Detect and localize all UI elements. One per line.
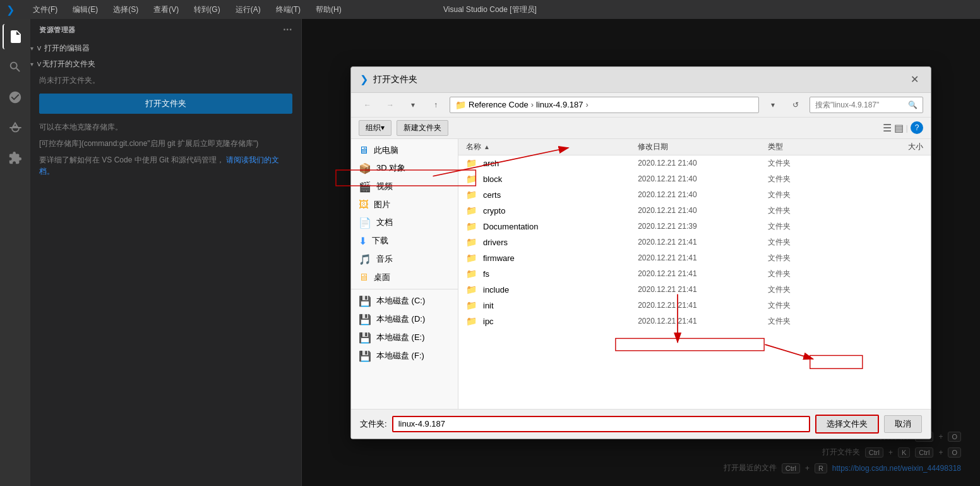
title-bar: ❯ 文件(F) 编辑(E) 选择(S) 查看(V) 转到(G) 运行(A) 终端…	[0, 0, 980, 19]
nav-item-pictures[interactable]: 🖼 图片	[351, 196, 458, 214]
table-row[interactable]: 📁 firmware 2020.12.21 21:41 文件夹	[458, 250, 931, 266]
breadcrumb-bar: 📁 Reference Code › linux-4.9.187 ›	[450, 97, 759, 113]
table-row[interactable]: 📁 crypto 2020.12.21 21:40 文件夹	[458, 203, 931, 219]
folder-3d-icon: 📦	[359, 162, 371, 174]
nav-item-documents[interactable]: 📄 文档	[351, 214, 458, 232]
nav-item-drive-f-label: 本地磁盘 (F:)	[376, 350, 424, 361]
nav-item-desktop[interactable]: 🖥 桌面	[351, 269, 458, 286]
nav-up-button[interactable]: ↑	[427, 97, 445, 112]
nav-dropdown-button[interactable]: ▾	[404, 97, 422, 112]
nav-item-3d[interactable]: 📦 3D 对象	[351, 159, 458, 178]
activity-explorer[interactable]	[3, 24, 28, 49]
breadcrumb-root[interactable]: Reference Code	[469, 100, 529, 109]
drive-f-icon: 💾	[359, 350, 371, 362]
folder-label: 文件夹:	[360, 418, 387, 430]
no-folder-section[interactable]: ▾ ∨无打开的文件夹	[30, 56, 301, 72]
clone-link-text[interactable]: [可控存储库](command:git.clone"启用 git 扩展后立即克隆…	[30, 135, 301, 152]
open-folder-button[interactable]: 打开文件夹	[39, 94, 292, 114]
nav-item-drive-f[interactable]: 💾 本地磁盘 (F:)	[351, 347, 458, 365]
menu-run[interactable]: 运行(A)	[233, 4, 263, 15]
col-size-header[interactable]: 大小	[851, 142, 931, 152]
nav-item-music[interactable]: 🎵 音乐	[351, 250, 458, 269]
nav-item-drive-d[interactable]: 💾 本地磁盘 (D:)	[351, 310, 458, 329]
menu-goto[interactable]: 转到(G)	[191, 4, 222, 15]
table-row[interactable]: 📁 include 2020.12.21 21:41 文件夹	[458, 282, 931, 298]
folder-pictures-icon: 🖼	[359, 199, 369, 210]
col-name-header[interactable]: 名称 ▲	[458, 142, 633, 152]
table-row[interactable]: 📁 block 2020.12.21 21:40 文件夹	[458, 171, 931, 187]
activity-bar	[0, 19, 30, 486]
activity-search[interactable]	[3, 54, 28, 80]
file-name: include	[483, 285, 509, 295]
file-date: 2020.12.21 21:40	[633, 174, 763, 183]
table-row[interactable]: 📁 ipc 2020.12.21 21:41 文件夹	[458, 313, 931, 329]
file-name: Documentation	[483, 222, 538, 231]
open-editors-section[interactable]: ▾ ∨ 打开的编辑器	[30, 40, 301, 56]
view-options-icon[interactable]: ☰	[883, 122, 892, 134]
table-row[interactable]: 📁 fs 2020.12.21 21:41 文件夹	[458, 266, 931, 282]
folder-input[interactable]	[392, 416, 810, 432]
file-date: 2020.12.21 21:41	[633, 301, 763, 310]
menu-select[interactable]: 选择(S)	[111, 4, 141, 15]
cancel-button[interactable]: 取消	[884, 415, 922, 433]
open-editors-arrow: ▾	[30, 45, 33, 52]
file-dialog: ❯ 打开文件夹 ✕ ← → ▾ ↑ 📁 Reference Code › li	[350, 66, 931, 439]
file-type: 文件夹	[763, 253, 851, 264]
menu-help[interactable]: 帮助(H)	[313, 4, 344, 15]
search-icon: 🔍	[908, 100, 917, 109]
vscode-icon: ❯	[6, 4, 15, 16]
new-folder-button[interactable]: 新建文件夹	[397, 120, 448, 136]
nav-item-drive-e-label: 本地磁盘 (E:)	[376, 332, 425, 343]
activity-git[interactable]	[3, 85, 28, 110]
main-content: ❯ 打开文件夹 ✕ ← → ▾ ↑ 📁 Reference Code › li	[302, 19, 980, 486]
breadcrumb-sep1: ›	[531, 100, 534, 109]
col-type-header[interactable]: 类型	[763, 142, 851, 152]
file-type: 文件夹	[763, 205, 851, 216]
sidebar-more-options[interactable]: ···	[283, 24, 292, 35]
menu-file[interactable]: 文件(F)	[30, 4, 60, 15]
dialog-close-button[interactable]: ✕	[907, 72, 922, 87]
open-editors-label: ∨ 打开的编辑器	[36, 43, 90, 54]
select-folder-button[interactable]: 选择文件夹	[815, 415, 879, 434]
dialog-toolbar: ← → ▾ ↑ 📁 Reference Code › linux-4.9.187…	[351, 93, 931, 118]
menu-terminal[interactable]: 终端(T)	[273, 4, 303, 15]
nav-item-drive-e[interactable]: 💾 本地磁盘 (E:)	[351, 329, 458, 347]
sort-arrow: ▲	[484, 143, 490, 150]
table-row[interactable]: 📁 init 2020.12.21 21:41 文件夹	[458, 298, 931, 313]
dialog-overlay: ❯ 打开文件夹 ✕ ← → ▾ ↑ 📁 Reference Code › li	[302, 19, 980, 486]
table-row[interactable]: 📁 arch 2020.12.21 21:40 文件夹	[458, 155, 931, 171]
dialog-title-text: 打开文件夹	[373, 74, 417, 85]
table-row[interactable]: 📁 Documentation 2020.12.21 21:39 文件夹	[458, 219, 931, 234]
table-row[interactable]: 📁 drivers 2020.12.21 21:41 文件夹	[458, 234, 931, 250]
search-input[interactable]	[815, 100, 905, 109]
nav-refresh-button[interactable]: ↺	[787, 97, 804, 112]
activity-extensions[interactable]	[3, 145, 28, 171]
nav-item-drive-c[interactable]: 💾 本地磁盘 (C:)	[351, 292, 458, 310]
file-type: 文件夹	[763, 237, 851, 248]
nav-item-computer[interactable]: 🖥 此电脑	[351, 142, 458, 159]
help-icon[interactable]: ?	[911, 121, 923, 134]
file-name: firmware	[483, 253, 515, 263]
file-date: 2020.12.21 21:41	[633, 285, 763, 294]
file-type: 文件夹	[763, 284, 851, 295]
folder-downloads-icon: ⬇	[359, 235, 367, 247]
nav-back-button[interactable]: ←	[359, 97, 376, 112]
file-date: 2020.12.21 21:41	[633, 269, 763, 278]
nav-item-video[interactable]: 🎬 视频	[351, 178, 458, 196]
nav-item-downloads[interactable]: ⬇ 下载	[351, 232, 458, 250]
menu-edit[interactable]: 编辑(E)	[70, 4, 100, 15]
nav-forward-button[interactable]: →	[381, 97, 399, 112]
breadcrumb-current[interactable]: linux-4.9.187	[536, 100, 583, 109]
folder-documents-icon: 📄	[359, 217, 371, 229]
file-name: init	[483, 301, 494, 310]
window-title: Visual Studio Code [管理员]	[443, 4, 537, 15]
table-row[interactable]: 📁 certs 2020.12.21 21:40 文件夹	[458, 187, 931, 203]
col-date-header[interactable]: 修改日期	[633, 142, 763, 152]
folder-icon: 📁	[466, 316, 477, 326]
file-date: 2020.12.21 21:41	[633, 253, 763, 262]
view-list-icon[interactable]: ▤	[894, 122, 904, 134]
organize-button[interactable]: 组织▾	[359, 120, 391, 136]
nav-dropdown2-button[interactable]: ▾	[764, 97, 782, 112]
menu-view[interactable]: 查看(V)	[151, 4, 181, 15]
activity-debug[interactable]	[3, 115, 28, 140]
